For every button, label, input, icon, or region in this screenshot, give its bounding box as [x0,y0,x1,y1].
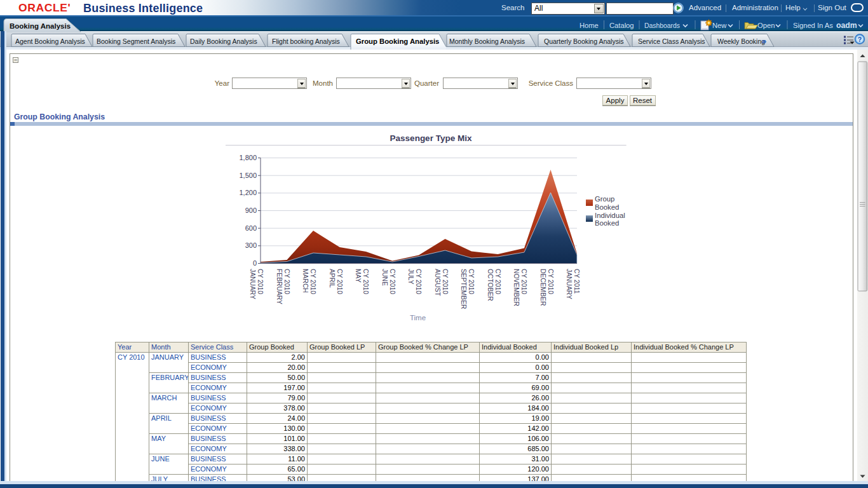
svg-text:?: ? [858,36,862,43]
svg-text:1,200: 1,200 [239,189,257,196]
svg-text:CY 2011JANUARY: CY 2011JANUARY [566,269,580,299]
svg-text:New: New [712,22,727,29]
svg-text:CY 2010JANUARY: CY 2010JANUARY [249,269,264,299]
svg-text:Group: Group [595,195,614,203]
svg-text:1,800: 1,800 [239,154,257,161]
svg-text:CY 2010AUGUST: CY 2010AUGUST [434,269,449,297]
svg-text:900: 900 [245,207,257,214]
svg-text:CY 2010NOVEMBER: CY 2010NOVEMBER [513,269,527,306]
svg-text:Individual: Individual [595,212,625,219]
svg-text:CY 2010JUNE: CY 2010JUNE [381,269,396,294]
svg-text:Service Class Analysis: Service Class Analysis [638,37,705,45]
svg-text:Time: Time [410,314,426,322]
svg-text:Booked: Booked [595,203,619,211]
svg-text:Booking Analysis: Booking Analysis [10,22,71,30]
svg-text:Signed In As: Signed In As [793,22,833,29]
svg-text:oadm: oadm [836,21,857,30]
svg-text:Group Booking Analysis: Group Booking Analysis [356,37,439,45]
svg-text:Booking Segment Analysis: Booking Segment Analysis [97,37,175,45]
svg-text:Passenger Type Mix: Passenger Type Mix [390,133,472,143]
svg-text:Daily Booking Analysis: Daily Booking Analysis [190,37,257,45]
svg-text:Agent Booking Analysis: Agent Booking Analysis [15,37,85,45]
svg-text:Home: Home [580,22,599,29]
svg-text:Monthly Booking Analysis: Monthly Booking Analysis [449,37,525,45]
svg-text:Dashboards: Dashboards [644,22,680,29]
svg-text:Catalog: Catalog [609,22,634,29]
svg-text:Quarterly Booking Analysis: Quarterly Booking Analysis [544,37,623,45]
svg-text:CY 2010MAY: CY 2010MAY [355,269,369,294]
svg-text:CY 2010FEBRUARY: CY 2010FEBRUARY [276,269,290,304]
svg-text:1,500: 1,500 [239,172,257,179]
svg-text:Weekly Booking: Weekly Booking [717,37,765,45]
svg-text:0: 0 [253,259,257,267]
svg-text:CY 2010APRIL: CY 2010APRIL [329,269,343,294]
svg-text:CY 2010OCTOBER: CY 2010OCTOBER [487,269,501,301]
svg-text:Booked: Booked [595,219,619,227]
svg-text:600: 600 [245,224,257,232]
svg-text:CY 2010DECEMBER: CY 2010DECEMBER [539,269,554,306]
svg-text:»: » [762,36,766,46]
svg-text:CY 2010MARCH: CY 2010MARCH [302,269,316,294]
svg-text:CY 2010SEPTEMBER: CY 2010SEPTEMBER [460,269,475,309]
svg-text:Open: Open [757,22,775,29]
svg-text:CY 2010JULY: CY 2010JULY [407,269,422,294]
svg-text:300: 300 [245,241,257,249]
svg-text:Flight booking Analysis: Flight booking Analysis [272,37,340,45]
